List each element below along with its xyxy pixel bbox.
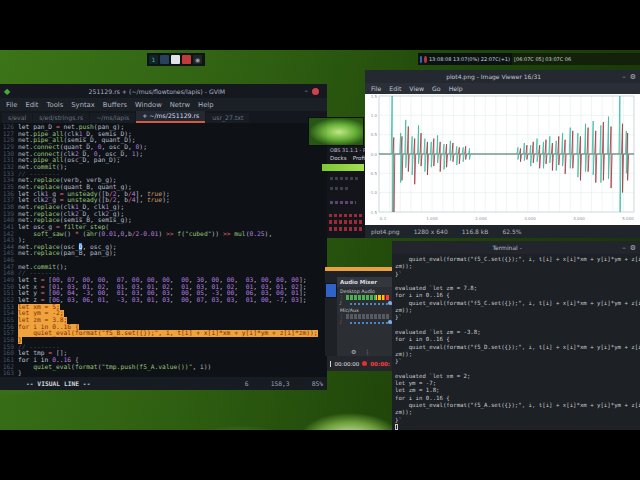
- gvim-window: ◆ 251129.rs + (~/mus/flowtones/lapis) - …: [0, 84, 327, 390]
- gvim-menu-item[interactable]: Tools: [47, 101, 64, 109]
- terminal-line: zm));: [395, 351, 640, 358]
- gvim-tab[interactable]: s/ed/strings.rs: [33, 113, 89, 123]
- gvim-menu-item[interactable]: File: [6, 101, 17, 109]
- viewer-menubar: FileEditViewGoHelp: [365, 83, 640, 94]
- mixer-gear-icon[interactable]: ⚙: [351, 348, 356, 355]
- vim-statusline: -- VISUAL LINE -- 6 158,3 85%: [0, 377, 327, 390]
- code-text: soft_saw() * (ahr(0.01,0,b/2-0.01) >> f(…: [18, 231, 272, 238]
- viewer-zoom-level: 62.5%: [502, 228, 521, 235]
- terminal-minimize-button[interactable]: –: [622, 244, 626, 252]
- blue-swatch: [325, 283, 337, 298]
- obs-dim-row: [330, 201, 356, 204]
- mic-aux-meter: [346, 314, 390, 319]
- viewer-gear-icon[interactable]: ⚙: [630, 73, 636, 81]
- line-number: 163: [0, 370, 14, 377]
- terminal-line: evaluated `let zm = 7.8;: [395, 285, 640, 292]
- desktop-audio-meter: [346, 295, 390, 300]
- vim-visual-count: 6: [245, 380, 249, 387]
- terminal-line: zm));: [395, 409, 640, 416]
- tray-record-icon[interactable]: [182, 55, 191, 64]
- audio-mixer: Audio Mixer Desktop Audio ⋮ ♪ Mic/Aux ⋮ …: [337, 277, 393, 356]
- system-tray: 1 ◉: [147, 53, 205, 66]
- code-text: }: [18, 370, 22, 377]
- code-area[interactable]: 126let pan_D = net.push(pan_g);127net.pi…: [0, 123, 327, 377]
- viewer-titlebar[interactable]: plot4.png - Image Viewer 16/31 – ⚙: [365, 70, 640, 83]
- code-line: 163}: [0, 370, 327, 377]
- svg-text:0.0: 0.0: [371, 152, 378, 157]
- viewer-filename: plot4.png: [371, 228, 400, 235]
- gvim-menu-item[interactable]: Buffers: [103, 101, 127, 109]
- gvim-menubar: FileEditToolsSyntaxBuffersWindowNetrwHel…: [0, 98, 327, 111]
- mixer-more-icon[interactable]: ⋮: [364, 348, 370, 355]
- terminal-line: let zm = 1.8;: [395, 387, 640, 394]
- tray-app-green-icon[interactable]: 1: [149, 55, 158, 64]
- code-text: quiet_eval(format("tmp.push(f5_A.value()…: [18, 364, 211, 371]
- code-line: 145net.replace(pan_B, pan_g);: [0, 250, 327, 257]
- obs-left-panel: [327, 171, 365, 238]
- terminal-line: evaluated `let zm = -3.8;: [395, 329, 640, 336]
- terminal-line: for i in 0..16 {: [395, 336, 640, 343]
- terminal-titlebar[interactable]: Terminal - – ⚙: [392, 241, 640, 254]
- obs-menu-item[interactable]: Docks: [330, 155, 347, 161]
- tray-window-icon[interactable]: [171, 55, 180, 64]
- gvim-menu-item[interactable]: Edit: [25, 101, 38, 109]
- terminal-line: let ym = -7;: [395, 380, 640, 387]
- code-line: 157 quiet_eval(format("f5_B.set({});", i…: [0, 330, 327, 337]
- gvim-titlebar[interactable]: ◆ 251129.rs + (~/mus/flowtones/lapis) - …: [0, 84, 327, 98]
- terminal-line: [395, 365, 640, 372]
- viewer-menu-item[interactable]: Edit: [389, 85, 401, 92]
- viewer-minimize-button[interactable]: –: [622, 73, 626, 81]
- code-line: 142 soft_saw() * (ahr(0.01,0,b/2-0.01) >…: [0, 231, 327, 238]
- svg-text:1.000: 1.000: [426, 216, 438, 221]
- tray-wheel-icon[interactable]: ◉: [193, 55, 202, 64]
- svg-text:0.5: 0.5: [371, 132, 378, 137]
- mic-icon[interactable]: ♪: [339, 319, 342, 325]
- viewer-menu-item[interactable]: View: [409, 85, 424, 92]
- svg-text:-1.5: -1.5: [369, 210, 377, 215]
- viewer-menu-item[interactable]: Go: [432, 85, 441, 92]
- obs-preview-thumbnail: [308, 117, 364, 146]
- audio-mixer-header: Audio Mixer: [337, 277, 393, 287]
- terminal-line: zm));: [395, 307, 640, 314]
- terminal-line: quiet_eval(format("f5_D.set({});", i, t[…: [395, 344, 640, 351]
- statusbar-right: [06:07C 05] 03:07C 06: [512, 53, 640, 65]
- plot-chart: 1.51.00.50.0-0.5-1.0-1.50.11.0002.0003.0…: [365, 94, 640, 225]
- vim-scroll-percent: 85%: [312, 380, 323, 387]
- letterbox-bottom: [0, 430, 640, 480]
- terminal-line: quiet_eval(format("f5_C.set({});", i, t[…: [395, 300, 640, 307]
- gvim-menu-item[interactable]: Window: [135, 101, 162, 109]
- speaker-icon[interactable]: ♪: [339, 300, 342, 306]
- gvim-tab[interactable]: s/eval: [2, 113, 32, 123]
- terminal-line: }`: [395, 271, 640, 278]
- gvim-close-button[interactable]: [312, 88, 319, 95]
- code-line: 162 quiet_eval(format("tmp.push(f5_A.val…: [0, 364, 327, 371]
- viewer-window-title: plot4.png - Image Viewer 16/31: [369, 73, 618, 80]
- svg-text:-1.0: -1.0: [369, 190, 377, 195]
- obs-mixer-panel: Audio Mixer Desktop Audio ⋮ ♪ Mic/Aux ⋮ …: [325, 271, 393, 356]
- terminal-line: [395, 322, 640, 329]
- status-right-text: [06:07C 05] 03:07C 06: [514, 56, 571, 62]
- terminal-output[interactable]: quiet_eval(format("f5_C.set({});", i, t[…: [392, 254, 640, 432]
- svg-text:2.000: 2.000: [475, 216, 487, 221]
- vim-mode-indicator: -- VISUAL LINE --: [26, 380, 90, 387]
- desktop-audio-slider[interactable]: [350, 302, 393, 306]
- viewer-menu-item[interactable]: File: [371, 85, 381, 92]
- svg-text:1.5: 1.5: [371, 94, 378, 99]
- gvim-tab[interactable]: ~/ms/lapis: [90, 113, 135, 123]
- gvim-menu-item[interactable]: Netrw: [170, 101, 190, 109]
- tray-app-blue-icon[interactable]: [160, 55, 169, 64]
- gvim-minimize-button[interactable]: –: [305, 87, 309, 95]
- gvim-tab[interactable]: usr_27.txt: [206, 113, 249, 123]
- gvim-menu-item[interactable]: Syntax: [71, 101, 95, 109]
- mixer-channel-label: Desktop Audio: [340, 289, 393, 294]
- terminal-line: evaluated `let xm = 2;: [395, 373, 640, 380]
- code-text: quiet_eval(format("f5_B.set({});", i, t[…: [18, 330, 318, 337]
- gvim-menu-item[interactable]: Help: [198, 101, 214, 109]
- mic-aux-slider[interactable]: [350, 321, 393, 325]
- terminal-line: }`: [395, 314, 640, 321]
- terminal-gear-icon[interactable]: ⚙: [630, 244, 636, 252]
- obs-dim-row: [330, 187, 350, 190]
- desktop: 1 ◉ 13:08:08 13:07(0%) 22:07C(+1) [06:07…: [0, 0, 640, 480]
- viewer-menu-item[interactable]: Help: [449, 85, 463, 92]
- gvim-tab[interactable]: + ~/ms/251129.rs: [136, 111, 205, 123]
